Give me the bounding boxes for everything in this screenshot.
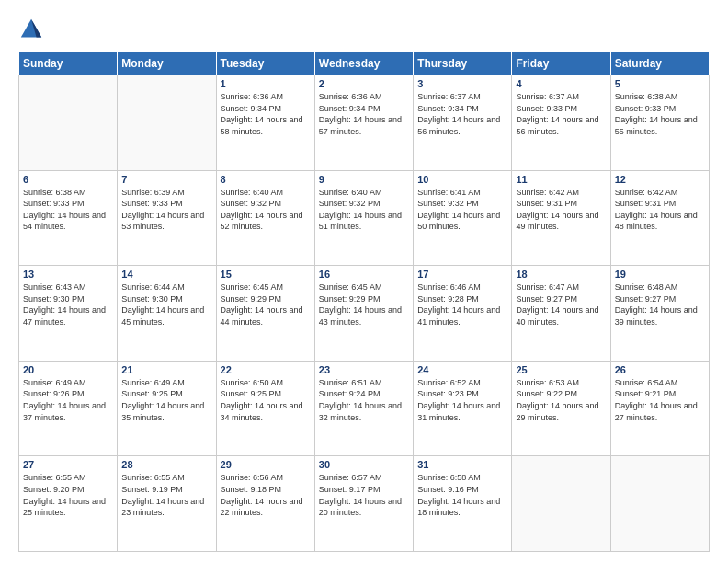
day-cell: 17Sunrise: 6:46 AM Sunset: 9:28 PM Dayli… xyxy=(414,266,512,362)
day-number: 21 xyxy=(121,364,211,375)
day-cell: 4Sunrise: 6:37 AM Sunset: 9:33 PM Daylig… xyxy=(512,75,610,171)
day-cell: 9Sunrise: 6:40 AM Sunset: 9:32 PM Daylig… xyxy=(314,170,413,266)
day-number: 7 xyxy=(121,174,211,185)
day-cell xyxy=(610,456,709,552)
day-number: 19 xyxy=(615,269,705,280)
day-info: Sunrise: 6:45 AM Sunset: 9:29 PM Dayligh… xyxy=(221,282,311,327)
day-cell: 18Sunrise: 6:47 AM Sunset: 9:27 PM Dayli… xyxy=(512,266,610,362)
day-cell xyxy=(512,456,610,552)
day-cell: 22Sunrise: 6:50 AM Sunset: 9:25 PM Dayli… xyxy=(216,361,314,456)
day-info: Sunrise: 6:37 AM Sunset: 9:34 PM Dayligh… xyxy=(417,91,507,137)
day-info: Sunrise: 6:55 AM Sunset: 9:19 PM Dayligh… xyxy=(121,472,211,518)
day-info: Sunrise: 6:55 AM Sunset: 9:20 PM Dayligh… xyxy=(23,472,113,518)
week-row-1: 1Sunrise: 6:36 AM Sunset: 9:34 PM Daylig… xyxy=(19,75,710,171)
logo xyxy=(18,17,48,42)
day-cell: 10Sunrise: 6:41 AM Sunset: 9:32 PM Dayli… xyxy=(414,170,512,266)
col-header-monday: Monday xyxy=(118,52,216,75)
day-number: 26 xyxy=(615,364,705,375)
day-cell: 19Sunrise: 6:48 AM Sunset: 9:27 PM Dayli… xyxy=(610,266,709,362)
day-cell: 29Sunrise: 6:56 AM Sunset: 9:18 PM Dayli… xyxy=(216,456,314,552)
day-number: 17 xyxy=(417,269,507,280)
day-info: Sunrise: 6:56 AM Sunset: 9:18 PM Dayligh… xyxy=(221,472,311,518)
day-cell: 30Sunrise: 6:57 AM Sunset: 9:17 PM Dayli… xyxy=(314,456,413,552)
day-number: 4 xyxy=(516,78,606,89)
day-number: 18 xyxy=(516,269,606,280)
day-number: 30 xyxy=(319,459,409,470)
week-row-2: 6Sunrise: 6:38 AM Sunset: 9:33 PM Daylig… xyxy=(19,170,710,266)
day-info: Sunrise: 6:57 AM Sunset: 9:17 PM Dayligh… xyxy=(319,472,409,518)
day-number: 13 xyxy=(23,269,113,280)
day-info: Sunrise: 6:36 AM Sunset: 9:34 PM Dayligh… xyxy=(319,91,409,137)
day-cell: 26Sunrise: 6:54 AM Sunset: 9:21 PM Dayli… xyxy=(610,361,709,456)
col-header-tuesday: Tuesday xyxy=(216,52,314,75)
day-number: 8 xyxy=(221,174,311,185)
day-number: 27 xyxy=(23,459,113,470)
day-info: Sunrise: 6:51 AM Sunset: 9:24 PM Dayligh… xyxy=(319,377,409,423)
day-info: Sunrise: 6:43 AM Sunset: 9:30 PM Dayligh… xyxy=(23,282,113,327)
day-info: Sunrise: 6:58 AM Sunset: 9:16 PM Dayligh… xyxy=(417,472,507,518)
day-number: 20 xyxy=(23,364,113,375)
day-info: Sunrise: 6:38 AM Sunset: 9:33 PM Dayligh… xyxy=(615,91,705,137)
day-cell: 14Sunrise: 6:44 AM Sunset: 9:30 PM Dayli… xyxy=(118,266,216,362)
day-number: 22 xyxy=(221,364,311,375)
page: SundayMondayTuesdayWednesdayThursdayFrid… xyxy=(0,0,728,563)
day-number: 16 xyxy=(319,269,409,280)
day-info: Sunrise: 6:48 AM Sunset: 9:27 PM Dayligh… xyxy=(615,282,705,327)
day-number: 24 xyxy=(417,364,507,375)
col-header-sunday: Sunday xyxy=(19,52,118,75)
day-cell: 3Sunrise: 6:37 AM Sunset: 9:34 PM Daylig… xyxy=(414,75,512,171)
calendar-header: SundayMondayTuesdayWednesdayThursdayFrid… xyxy=(19,52,710,75)
day-number: 12 xyxy=(615,174,705,185)
day-info: Sunrise: 6:38 AM Sunset: 9:33 PM Dayligh… xyxy=(23,187,113,233)
day-info: Sunrise: 6:46 AM Sunset: 9:28 PM Dayligh… xyxy=(417,282,507,327)
day-cell: 5Sunrise: 6:38 AM Sunset: 9:33 PM Daylig… xyxy=(610,75,709,171)
col-header-wednesday: Wednesday xyxy=(314,52,413,75)
day-cell xyxy=(118,75,216,171)
logo-icon xyxy=(18,17,44,42)
day-cell xyxy=(19,75,118,171)
col-header-friday: Friday xyxy=(512,52,610,75)
day-cell: 25Sunrise: 6:53 AM Sunset: 9:22 PM Dayli… xyxy=(512,361,610,456)
col-header-saturday: Saturday xyxy=(610,52,709,75)
day-number: 29 xyxy=(221,459,311,470)
day-info: Sunrise: 6:49 AM Sunset: 9:26 PM Dayligh… xyxy=(23,377,113,423)
day-number: 2 xyxy=(319,78,409,89)
day-info: Sunrise: 6:40 AM Sunset: 9:32 PM Dayligh… xyxy=(319,187,409,233)
day-cell: 31Sunrise: 6:58 AM Sunset: 9:16 PM Dayli… xyxy=(414,456,512,552)
header-row: SundayMondayTuesdayWednesdayThursdayFrid… xyxy=(19,52,710,75)
day-cell: 27Sunrise: 6:55 AM Sunset: 9:20 PM Dayli… xyxy=(19,456,118,552)
day-number: 31 xyxy=(417,459,507,470)
day-number: 25 xyxy=(516,364,606,375)
day-cell: 16Sunrise: 6:45 AM Sunset: 9:29 PM Dayli… xyxy=(314,266,413,362)
day-cell: 11Sunrise: 6:42 AM Sunset: 9:31 PM Dayli… xyxy=(512,170,610,266)
day-cell: 24Sunrise: 6:52 AM Sunset: 9:23 PM Dayli… xyxy=(414,361,512,456)
day-info: Sunrise: 6:42 AM Sunset: 9:31 PM Dayligh… xyxy=(615,187,705,233)
day-number: 3 xyxy=(417,78,507,89)
week-row-3: 13Sunrise: 6:43 AM Sunset: 9:30 PM Dayli… xyxy=(19,266,710,362)
day-info: Sunrise: 6:49 AM Sunset: 9:25 PM Dayligh… xyxy=(121,377,211,423)
calendar-table: SundayMondayTuesdayWednesdayThursdayFrid… xyxy=(18,52,710,552)
day-info: Sunrise: 6:36 AM Sunset: 9:34 PM Dayligh… xyxy=(221,91,311,137)
day-cell: 21Sunrise: 6:49 AM Sunset: 9:25 PM Dayli… xyxy=(118,361,216,456)
day-number: 9 xyxy=(319,174,409,185)
day-cell: 28Sunrise: 6:55 AM Sunset: 9:19 PM Dayli… xyxy=(118,456,216,552)
day-cell: 13Sunrise: 6:43 AM Sunset: 9:30 PM Dayli… xyxy=(19,266,118,362)
day-number: 23 xyxy=(319,364,409,375)
day-number: 10 xyxy=(417,174,507,185)
day-number: 15 xyxy=(221,269,311,280)
day-info: Sunrise: 6:41 AM Sunset: 9:32 PM Dayligh… xyxy=(417,187,507,233)
week-row-5: 27Sunrise: 6:55 AM Sunset: 9:20 PM Dayli… xyxy=(19,456,710,552)
day-cell: 7Sunrise: 6:39 AM Sunset: 9:33 PM Daylig… xyxy=(118,170,216,266)
day-cell: 8Sunrise: 6:40 AM Sunset: 9:32 PM Daylig… xyxy=(216,170,314,266)
day-number: 6 xyxy=(23,174,113,185)
day-cell: 1Sunrise: 6:36 AM Sunset: 9:34 PM Daylig… xyxy=(216,75,314,171)
day-info: Sunrise: 6:50 AM Sunset: 9:25 PM Dayligh… xyxy=(221,377,311,423)
col-header-thursday: Thursday xyxy=(414,52,512,75)
calendar-body: 1Sunrise: 6:36 AM Sunset: 9:34 PM Daylig… xyxy=(19,75,710,552)
day-number: 14 xyxy=(121,269,211,280)
day-number: 28 xyxy=(121,459,211,470)
day-cell: 2Sunrise: 6:36 AM Sunset: 9:34 PM Daylig… xyxy=(314,75,413,171)
day-info: Sunrise: 6:52 AM Sunset: 9:23 PM Dayligh… xyxy=(417,377,507,423)
day-number: 5 xyxy=(615,78,705,89)
header xyxy=(18,17,710,42)
